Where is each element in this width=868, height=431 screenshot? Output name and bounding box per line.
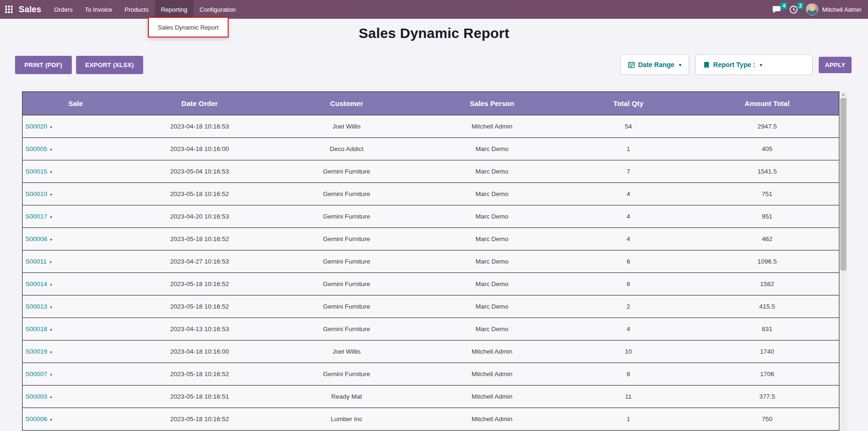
- chevron-down-icon[interactable]: ▾: [50, 260, 52, 265]
- chevron-down-icon[interactable]: ▾: [50, 372, 53, 377]
- sale-order-link[interactable]: S00011: [25, 258, 47, 265]
- table-row: S00020▾2023-04-18 10:16:53Joel WillisMit…: [23, 115, 839, 138]
- export-xlsx-button[interactable]: EXPORT (XLSX): [76, 56, 144, 74]
- chevron-down-icon[interactable]: ▾: [50, 282, 53, 287]
- chevron-down-icon[interactable]: ▾: [50, 170, 53, 174]
- chevron-down-icon[interactable]: ▾: [50, 395, 53, 400]
- vertical-scrollbar[interactable]: ▲: [839, 91, 847, 431]
- apply-button[interactable]: APPLY: [819, 57, 852, 73]
- sales-person-cell: Marc Demo: [422, 318, 561, 340]
- table-row: S00003▾2023-05-18 10:16:51Ready MatMitch…: [23, 386, 839, 408]
- page-title: Sales Dynamic Report: [0, 25, 868, 41]
- sale-order-link[interactable]: S00014: [25, 280, 47, 287]
- sale-order-link[interactable]: S00003: [25, 393, 47, 400]
- date-order-cell: 2023-04-27 10:16:53: [129, 250, 271, 273]
- column-header-sales-person: Sales Person: [422, 92, 561, 115]
- print-pdf-button[interactable]: PRINT (PDF): [15, 56, 72, 74]
- app-brand-sales[interactable]: Sales: [18, 5, 48, 15]
- nav-item-to-invoice[interactable]: To Invoice: [79, 0, 119, 19]
- user-name: Mitchell Admin: [822, 6, 861, 13]
- date-order-cell: 2023-05-18 10:16:52: [129, 363, 271, 386]
- chevron-down-icon[interactable]: ▾: [50, 417, 53, 422]
- sales-person-cell: Mitchell Admin: [422, 408, 561, 431]
- sale-order-link[interactable]: S00020: [25, 123, 47, 130]
- chevron-down-icon[interactable]: ▾: [50, 305, 53, 310]
- sale-order-link[interactable]: S00019: [25, 348, 47, 355]
- customer-cell: Joel Willis: [270, 115, 422, 138]
- table-row: S00014▾2023-05-18 10:16:52Gemini Furnitu…: [23, 273, 839, 295]
- sales-report-table: Sale Date Order Customer Sales Person To…: [22, 91, 839, 431]
- amount-total-cell: 751: [695, 183, 839, 205]
- chevron-down-icon: ▾: [760, 62, 762, 68]
- table-row: S00005▾2023-04-18 10:16:00Deco AddictMar…: [23, 138, 839, 160]
- menu-item-sales-dynamic-report[interactable]: Sales Dynamic Report: [148, 17, 229, 38]
- chevron-down-icon[interactable]: ▾: [50, 327, 53, 332]
- nav-item-orders[interactable]: Orders: [48, 0, 79, 19]
- sale-order-link[interactable]: S00007: [25, 371, 47, 378]
- user-menu[interactable]: Mitchell Admin: [806, 3, 861, 15]
- customer-cell: Deco Addict: [270, 138, 422, 160]
- activities-button[interactable]: 2: [790, 6, 798, 14]
- customer-cell: Gemini Furniture: [270, 183, 422, 205]
- date-order-cell: 2023-05-18 10:16:52: [129, 183, 271, 205]
- date-range-dropdown[interactable]: Date Range ▾: [620, 54, 689, 75]
- chevron-down-icon[interactable]: ▾: [50, 125, 53, 129]
- column-header-customer: Customer: [270, 92, 422, 115]
- sale-order-link[interactable]: S00018: [25, 325, 47, 333]
- messages-button[interactable]: 4: [772, 6, 781, 14]
- chevron-down-icon: ▾: [679, 62, 681, 68]
- chevron-down-icon[interactable]: ▾: [50, 237, 53, 242]
- table-row: S00018▾2023-04-13 10:16:53Gemini Furnitu…: [23, 318, 839, 340]
- date-order-cell: 2023-04-18 10:16:00: [129, 138, 271, 160]
- sale-order-link[interactable]: S00010: [25, 190, 47, 197]
- customer-cell: Gemini Furniture: [270, 363, 422, 386]
- nav-item-configuration[interactable]: Configuration: [193, 0, 242, 19]
- sales-person-cell: Marc Demo: [422, 205, 561, 228]
- customer-cell: Gemini Furniture: [270, 205, 422, 228]
- chevron-down-icon[interactable]: ▾: [50, 350, 53, 355]
- nav-item-products[interactable]: Products: [118, 0, 154, 19]
- amount-total-cell: 1740: [695, 340, 839, 363]
- table-row: S00007▾2023-05-18 10:16:52Gemini Furnitu…: [23, 363, 839, 386]
- customer-cell: Gemini Furniture: [270, 228, 422, 250]
- amount-total-cell: 377.5: [695, 386, 839, 408]
- report-type-dropdown[interactable]: Report Type : ▾: [695, 54, 813, 75]
- apps-grid-icon[interactable]: [0, 0, 18, 19]
- total-qty-cell: 2: [561, 295, 695, 318]
- sale-order-link[interactable]: S00013: [25, 303, 47, 310]
- total-qty-cell: 4: [561, 205, 695, 228]
- chevron-down-icon[interactable]: ▾: [50, 215, 53, 219]
- amount-total-cell: 951: [695, 205, 839, 228]
- sale-cell: S00007▾: [23, 363, 129, 386]
- amount-total-cell: 462: [695, 228, 839, 250]
- report-table-area: Sale Date Order Customer Sales Person To…: [22, 91, 847, 431]
- top-navbar: Sales OrdersTo InvoiceProductsReportingC…: [0, 0, 868, 19]
- chevron-down-icon[interactable]: ▾: [50, 147, 53, 152]
- customer-cell: Gemini Furniture: [270, 160, 422, 183]
- scrollbar-thumb[interactable]: [840, 98, 846, 271]
- total-qty-cell: 54: [561, 115, 695, 138]
- amount-total-cell: 415.5: [695, 295, 839, 318]
- total-qty-cell: 11: [561, 386, 695, 408]
- table-row: S00008▾2023-05-18 10:16:52Gemini Furnitu…: [23, 228, 839, 250]
- messages-badge: 4: [781, 2, 787, 9]
- total-qty-cell: 8: [561, 273, 695, 295]
- sale-order-link[interactable]: S00017: [25, 213, 47, 220]
- sales-person-cell: Marc Demo: [422, 138, 561, 160]
- sale-cell: S00014▾: [23, 273, 129, 295]
- chevron-down-icon[interactable]: ▾: [50, 192, 53, 197]
- sale-order-link[interactable]: S00015: [25, 168, 47, 175]
- scroll-up-arrow-icon[interactable]: ▲: [839, 93, 847, 97]
- column-header-amount-total: Amount Total: [695, 92, 839, 115]
- sale-order-link[interactable]: S00006: [25, 416, 47, 423]
- sale-order-link[interactable]: S00008: [25, 235, 47, 242]
- sale-order-link[interactable]: S00005: [25, 145, 47, 152]
- sale-cell: S00013▾: [23, 295, 129, 318]
- sale-cell: S00018▾: [23, 318, 129, 340]
- report-type-label: Report Type :: [713, 61, 755, 68]
- sale-cell: S00019▾: [23, 340, 129, 363]
- sale-cell: S00011▾: [23, 250, 129, 273]
- date-order-cell: 2023-05-18 10:16:52: [129, 408, 271, 431]
- nav-item-reporting[interactable]: Reporting: [155, 0, 193, 19]
- total-qty-cell: 7: [561, 160, 695, 183]
